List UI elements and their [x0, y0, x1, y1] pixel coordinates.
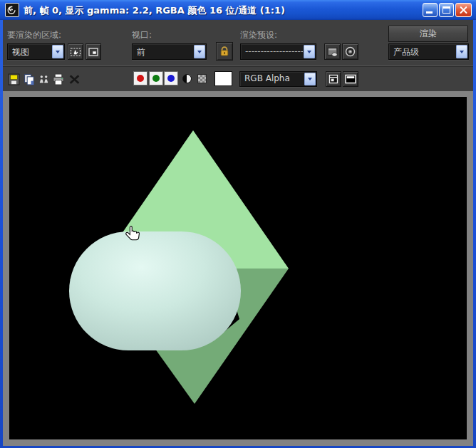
auto-region-button[interactable] — [86, 43, 101, 60]
x-icon — [68, 73, 81, 85]
print-image-button[interactable] — [51, 72, 66, 86]
save-image-button[interactable] — [6, 72, 21, 86]
printer-icon — [52, 73, 65, 85]
area-to-render-value: 视图 — [12, 46, 29, 58]
clone-window-button[interactable] — [36, 72, 51, 86]
image-toolbar: RGB Alpha — [3, 66, 473, 91]
environment-effects-button[interactable] — [342, 43, 358, 60]
floppy-icon — [8, 73, 20, 85]
render-setup-icon — [326, 46, 338, 58]
canvas-frame — [3, 91, 473, 446]
red-channel-button[interactable] — [133, 71, 148, 85]
render-preset-value: ------------------- — [245, 46, 303, 56]
background-color-swatch[interactable] — [214, 71, 232, 86]
render-setup-button[interactable] — [324, 43, 341, 60]
capsule-object — [69, 231, 241, 350]
render-preset-dropdown[interactable]: ------------------- — [240, 43, 316, 60]
dropdown-arrow-icon[interactable] — [304, 45, 315, 58]
auto-region-icon — [88, 46, 99, 58]
maximize-icon — [443, 6, 450, 14]
area-to-render-label: 要渲染的区域: — [7, 29, 61, 41]
copy-image-button[interactable] — [21, 72, 36, 86]
titlebar[interactable]: 前, 帧 0, 显示 gamma: 2.2, RGBA 颜色 16 位/通道 (… — [0, 0, 476, 20]
edit-region-button[interactable] — [68, 43, 83, 60]
red-channel-icon — [137, 75, 144, 82]
blue-channel-icon — [167, 75, 175, 82]
viewport-dropdown[interactable]: 前 — [132, 43, 207, 60]
toggle-menus-button[interactable] — [326, 71, 341, 87]
render-preset-label: 渲染预设: — [240, 29, 277, 41]
close-button[interactable] — [455, 3, 472, 17]
hand-cursor-icon — [123, 225, 140, 244]
layout-panel-icon — [328, 73, 339, 85]
client-area: 要渲染的区域: 视图 视口: 前 — [3, 20, 473, 446]
spiral-icon — [7, 5, 17, 15]
channel-display-value: RGB Alpha — [244, 73, 290, 83]
green-channel-button[interactable] — [149, 71, 163, 85]
monochrome-button[interactable] — [182, 74, 192, 83]
screen-panel-icon — [344, 73, 357, 85]
render-mode-dropdown[interactable]: 产品级 — [388, 43, 469, 60]
clear-button[interactable] — [67, 72, 81, 86]
area-to-render-dropdown[interactable]: 视图 — [7, 43, 65, 60]
environment-icon — [344, 46, 356, 58]
minimize-button[interactable] — [423, 3, 438, 17]
render-button[interactable]: 渲染 — [388, 26, 468, 42]
lock-icon — [219, 46, 230, 57]
render-mode-value: 产品级 — [393, 46, 419, 58]
rendered-image — [9, 97, 467, 439]
window-title: 前, 帧 0, 显示 gamma: 2.2, RGBA 颜色 16 位/通道 (… — [24, 4, 285, 17]
blue-channel-button[interactable] — [164, 71, 178, 85]
window-icon — [5, 3, 19, 17]
dropdown-arrow-icon[interactable] — [456, 45, 467, 58]
viewport-label: 视口: — [132, 29, 152, 41]
viewport-lock-button[interactable] — [216, 42, 233, 61]
render-frame-window: 前, 帧 0, 显示 gamma: 2.2, RGBA 颜色 16 位/通道 (… — [0, 0, 476, 448]
edit-region-icon — [70, 46, 81, 58]
clone-people-icon — [38, 73, 50, 85]
dropdown-arrow-icon[interactable] — [304, 73, 316, 85]
toggle-ui-button[interactable] — [343, 71, 358, 87]
hand-cursor — [123, 225, 140, 246]
dropdown-arrow-icon[interactable] — [194, 45, 205, 58]
viewport-value: 前 — [137, 46, 145, 58]
channel-display-dropdown[interactable]: RGB Alpha — [239, 71, 317, 87]
maximize-button[interactable] — [439, 3, 454, 17]
alpha-channel-button[interactable] — [197, 74, 207, 83]
rendered-image-area[interactable] — [9, 97, 467, 439]
minimize-icon — [426, 11, 433, 14]
copy-icon — [23, 73, 35, 85]
green-channel-icon — [152, 75, 160, 82]
dropdown-arrow-icon[interactable] — [52, 45, 63, 58]
